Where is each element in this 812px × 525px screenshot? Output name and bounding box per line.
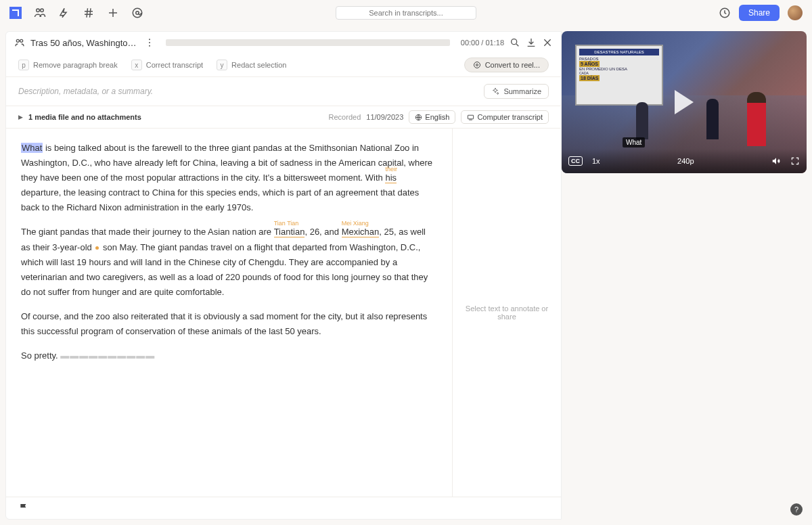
highlighted-word: What: [21, 143, 43, 153]
highlight-icon[interactable]: [58, 7, 70, 19]
correction-tiantian: Tian TianTiantian: [274, 227, 305, 237]
video-graphic: DESASTRES NATURALES PASADOS 5 AÑOS EN PR…: [575, 45, 663, 106]
svg-point-8: [149, 42, 150, 43]
language-chip[interactable]: English: [409, 110, 455, 124]
redact-action[interactable]: Redact selection: [231, 61, 286, 69]
share-button[interactable]: Share: [739, 5, 780, 21]
video-player[interactable]: DESASTRES NATURALES PASADOS 5 AÑOS EN PR…: [562, 31, 807, 173]
redacted-text: ▬▬▬▬▬▬▬▬▬▬: [60, 350, 155, 361]
transcript-body[interactable]: What is being talked about is the farewe…: [6, 129, 453, 497]
close-icon[interactable]: [542, 37, 553, 48]
annotation-panel: Select text to annotate or share: [453, 129, 561, 497]
convert-reel-button[interactable]: Convert to reel...: [464, 58, 549, 72]
kbd-p: p: [18, 60, 29, 70]
progress-bar[interactable]: [166, 39, 450, 46]
time-display: 00:00 / 01:18: [461, 39, 504, 47]
remove-break-action[interactable]: Remove paragraph break: [33, 61, 118, 69]
svg-rect-14: [468, 115, 474, 119]
history-icon[interactable]: [719, 7, 731, 19]
volume-icon[interactable]: [771, 156, 781, 166]
svg-point-7: [149, 39, 150, 40]
speed-control[interactable]: 1x: [592, 157, 600, 165]
transcript-paragraph: The giant pandas that made their journey…: [21, 225, 437, 299]
search-icon[interactable]: [510, 37, 520, 48]
avatar[interactable]: [788, 5, 803, 20]
correct-action[interactable]: Correct transcript: [146, 61, 203, 69]
more-icon[interactable]: [144, 37, 155, 48]
svg-point-0: [37, 9, 40, 12]
svg-point-5: [16, 39, 19, 42]
transcript-paragraph: So pretty. ▬▬▬▬▬▬▬▬▬▬: [21, 348, 437, 363]
svg-point-10: [512, 39, 517, 45]
app-logo[interactable]: [9, 7, 22, 19]
mention-icon[interactable]: [131, 7, 143, 19]
quality-control[interactable]: 240p: [677, 157, 694, 165]
summarize-button[interactable]: Summarize: [484, 84, 549, 99]
transcript-paragraph: Of course, and the zoo also reiterated t…: [21, 309, 437, 339]
fullscreen-icon[interactable]: [790, 156, 800, 166]
svg-point-6: [20, 39, 23, 42]
insertion-marker: [95, 246, 99, 250]
play-button[interactable]: [675, 90, 694, 114]
kbd-x: x: [131, 60, 142, 70]
download-icon[interactable]: [526, 37, 537, 48]
attachments-toggle[interactable]: 1 media file and no attachments: [28, 113, 141, 121]
plus-icon[interactable]: [107, 7, 119, 19]
search-input[interactable]: [336, 6, 476, 20]
correction-mexichan: Mei XiangMexichan: [342, 227, 380, 237]
svg-point-1: [41, 9, 44, 12]
recorded-label: Recorded: [329, 113, 361, 121]
transcript-paragraph: What is being talked about is the farewe…: [21, 141, 437, 215]
recorded-date: 11/09/2023: [366, 113, 403, 121]
description-field[interactable]: Description, metadata, or a summary.: [18, 87, 478, 96]
people-small-icon: [14, 37, 25, 48]
svg-point-11: [474, 62, 480, 68]
help-button[interactable]: ?: [790, 503, 803, 516]
people-icon[interactable]: [34, 7, 46, 19]
transcript-type-chip[interactable]: Computer transcript: [461, 110, 549, 124]
svg-point-9: [149, 45, 150, 47]
video-caption: What: [623, 137, 645, 147]
document-title: Tras 50 años, Washington ...: [30, 38, 139, 48]
correction-his: theirhis: [385, 173, 397, 183]
cc-button[interactable]: CC: [568, 156, 583, 166]
svg-point-12: [476, 64, 478, 66]
flag-icon[interactable]: [18, 503, 29, 513]
kbd-y: y: [217, 60, 227, 70]
hash-icon[interactable]: [83, 7, 95, 19]
